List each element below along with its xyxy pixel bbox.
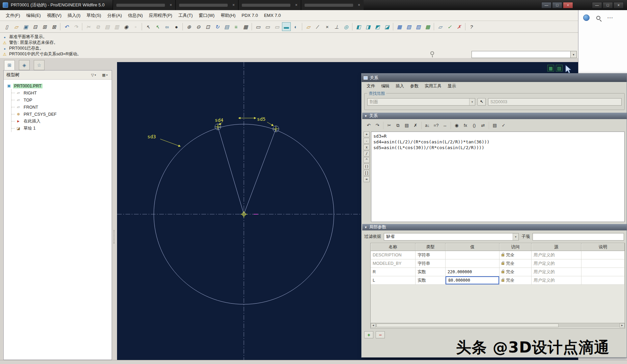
subitem-input[interactable] [533, 233, 624, 241]
dialog-title-bar[interactable]: 关系 [362, 74, 627, 82]
outer-close-button[interactable]: × [614, 2, 624, 8]
datum-axis-display-icon[interactable]: ∕ [313, 22, 322, 31]
view-manager-icon[interactable]: ▦ [241, 22, 250, 31]
operator-button[interactable]: ^ [364, 157, 370, 163]
menu-item[interactable]: 视图(V) [44, 10, 64, 21]
operator-button[interactable]: x [364, 144, 370, 150]
tree-filter-button[interactable]: ▽▾ [90, 72, 97, 78]
scroll-right-icon[interactable]: ► [620, 323, 625, 328]
wireframe-display-icon[interactable]: ▭ [254, 22, 262, 31]
paste-icon[interactable]: ▤ [403, 121, 411, 130]
table-row[interactable]: DESCRIPTION 字符串 完全 用户定义的 [371, 251, 625, 259]
find-icon[interactable]: ◉ [122, 22, 131, 31]
menu-item[interactable]: 工具(T) [175, 10, 196, 21]
parens-icon[interactable]: () [470, 121, 478, 130]
units-icon[interactable]: ⇄ [479, 121, 487, 130]
message-combo-input[interactable] [472, 51, 570, 58]
menu-item[interactable]: 文件(F) [3, 10, 23, 21]
feature-requirements-icon[interactable]: ◪ [382, 22, 391, 31]
constraint-display-icon[interactable]: ▨ [414, 22, 423, 31]
close-icon[interactable]: × [295, 3, 297, 7]
message-combo[interactable]: ▾ [472, 51, 577, 58]
overlapping-geometry-icon[interactable]: ◩ [373, 22, 382, 31]
column-header[interactable]: 说明 [581, 243, 625, 251]
radial-line-left[interactable] [218, 127, 244, 214]
dimension-sd4-label[interactable]: sd4 [215, 117, 223, 123]
cut-icon[interactable]: ✂ [84, 22, 93, 31]
find-range-icon[interactable]: ◉ [453, 121, 461, 130]
menu-item[interactable]: 帮助(H) [218, 10, 238, 21]
undo-icon[interactable]: ↶ [62, 22, 71, 31]
param-value-input[interactable] [446, 268, 499, 276]
column-header[interactable]: 名称 [371, 243, 416, 251]
column-header[interactable]: 类型 [416, 243, 446, 251]
window-tab[interactable]: × [175, 0, 238, 10]
param-value-input[interactable] [446, 259, 499, 268]
scrollbar-thumb[interactable] [376, 324, 559, 327]
column-header[interactable]: 源 [532, 243, 581, 251]
remove-parameter-button[interactable]: − [376, 331, 385, 338]
dialog-menu-item[interactable]: 参数 [407, 83, 422, 89]
datum-plane-display-icon[interactable]: ▱ [304, 22, 313, 31]
tree-columns-button[interactable]: ▦▾ [101, 72, 109, 78]
undo-icon[interactable]: ↶ [365, 121, 373, 130]
csys-display-icon[interactable]: ⊥ [332, 22, 341, 31]
tree-item-label[interactable]: TOP [23, 98, 33, 103]
navigator-sash[interactable] [112, 58, 117, 360]
no-hidden-display-icon[interactable]: ▭ [273, 22, 281, 31]
grid-snap-icon[interactable]: ▤ [556, 65, 563, 72]
save-file-icon[interactable]: ▣ [21, 22, 30, 31]
close-icon[interactable]: × [358, 3, 360, 7]
dialog-menu-item[interactable]: 文件 [364, 83, 378, 89]
menu-item[interactable]: PDX 7.0 [238, 10, 261, 21]
zoom-in-icon[interactable]: ⊕ [184, 22, 193, 31]
refit-icon[interactable]: ⊡ [203, 22, 212, 31]
highlight-open-ends-icon[interactable]: ◨ [364, 22, 372, 31]
saved-views-icon[interactable]: ▤ [222, 22, 231, 31]
spin-center-icon[interactable]: ◎ [342, 22, 350, 31]
more-icon[interactable]: ⋯ [607, 15, 613, 21]
operator-button[interactable]: [] [364, 170, 370, 176]
favorites-tab[interactable]: ☆ [34, 60, 45, 70]
collapse-triangle-icon[interactable]: ▼ [364, 114, 367, 118]
operator-button[interactable]: () [364, 164, 370, 169]
cut-icon[interactable]: ✂ [385, 121, 393, 130]
globe-icon[interactable] [583, 15, 590, 21]
vertex-display-icon[interactable]: ▩ [423, 22, 432, 31]
select-arrow-icon[interactable]: ↖ [144, 22, 152, 31]
layer-tree-tab[interactable]: ◈ [19, 60, 30, 70]
param-value-input[interactable] [446, 251, 499, 259]
column-header[interactable]: 值 [446, 243, 500, 251]
delete-icon[interactable]: ✗ [411, 121, 420, 130]
menu-item[interactable]: 编辑(E) [23, 10, 44, 21]
verify-relations-icon[interactable]: ✓ [500, 121, 508, 130]
tree-item[interactable]: ▱ RIGHT [11, 89, 110, 96]
tree-item-label[interactable]: 在此插入 [23, 118, 41, 124]
table-row[interactable]: MODELED_BY 字符串 完全 用户定义的 [371, 259, 625, 268]
layers-icon[interactable]: ≡ [232, 22, 240, 31]
tree-item-label[interactable]: PRT0001.PRT [13, 84, 42, 88]
relation-line[interactable]: sd4=asin((L/2)/(R*cos(asin(L/2/R))*tan(3… [373, 139, 622, 145]
dimension-sd5-label[interactable]: sd5 [257, 116, 265, 122]
scroll-left-icon[interactable]: ◄ [371, 323, 376, 328]
radial-line-right[interactable] [244, 129, 276, 214]
table-row[interactable]: L 实数 完全 用户定义的 [371, 276, 625, 285]
datum-plane-tool-icon[interactable]: ▱ [436, 22, 445, 31]
smart-select-icon[interactable]: ↖ [153, 22, 162, 31]
tree-item-root[interactable]: ▣ PRT0001.PRT [6, 82, 110, 89]
dimension-sd3-label[interactable]: sd3 [147, 134, 156, 139]
operator-button[interactable]: + [364, 132, 370, 137]
collapse-triangle-icon[interactable]: ▼ [364, 226, 367, 229]
outer-maximize-button[interactable]: □ [603, 2, 613, 8]
tree-item-label[interactable]: PRT_CSYS_DEF [23, 112, 58, 117]
tree-item[interactable]: ▱ TOP [11, 96, 110, 104]
tree-item[interactable]: ⊕ PRT_CSYS_DEF [11, 111, 110, 118]
menu-item[interactable]: 窗口(W) [196, 10, 218, 21]
horizontal-scrollbar[interactable]: ◄ ► [371, 323, 625, 328]
open-file-icon[interactable]: ▱ [12, 22, 21, 31]
select-box-icon[interactable]: ▫ [131, 22, 140, 31]
send-model-icon[interactable]: ⊠ [50, 22, 58, 31]
tree-item-label[interactable]: 草绘 1 [23, 125, 36, 131]
close-icon[interactable]: × [232, 3, 235, 7]
relations-section-header[interactable]: ▼ 关系 [362, 113, 627, 119]
